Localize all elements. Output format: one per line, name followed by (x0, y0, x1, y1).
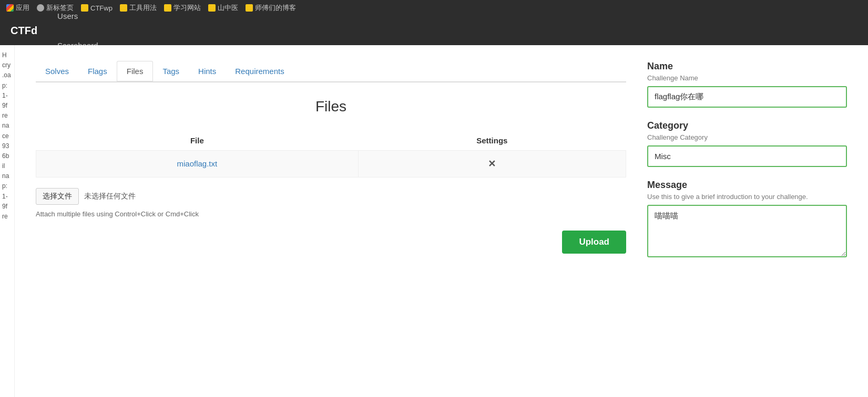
left-panel: SolvesFlagsFilesTagsHintsRequirements Fi… (36, 61, 626, 382)
page-layout: Hcry.oap:1-9frenace936bilnap:1-9fre Solv… (0, 45, 868, 397)
tab-solves[interactable]: Solves (36, 61, 78, 82)
message-sublabel: Use this to give a brief introduction to… (647, 193, 847, 201)
name-input[interactable] (647, 86, 847, 108)
browser-tab-3: 工具用法 (120, 3, 157, 13)
file-table: File Settings miaoflag.txt ✕ (36, 131, 626, 177)
upload-button[interactable]: Upload (562, 231, 626, 254)
navbar-brand[interactable]: CTFd (11, 25, 37, 37)
tab-requirements[interactable]: Requirements (226, 61, 293, 82)
right-panel: Name Challenge Name Category Challenge C… (647, 61, 847, 382)
browser-tab-5: 山中医 (208, 3, 238, 13)
favicon-google: 应用 (6, 3, 29, 13)
navbar: CTFd StatisticsNotificationsPages ▾Users… (0, 16, 868, 45)
message-textarea[interactable] (647, 205, 847, 257)
sidebar-clipped-text: Hcry.oap:1-9frenace936bilnap:1-9fre (0, 45, 15, 397)
main-content: SolvesFlagsFilesTagsHintsRequirements Fi… (15, 45, 868, 397)
category-label: Category (647, 120, 847, 131)
name-field-group: Name Challenge Name (647, 61, 847, 108)
tab-flags[interactable]: Flags (78, 61, 117, 82)
browser-tab-6: 师傅们的博客 (246, 3, 296, 13)
col-settings: Settings (358, 131, 626, 151)
tab-tags[interactable]: Tags (153, 61, 189, 82)
attach-hint: Attach multiple files using Control+Clic… (36, 210, 626, 218)
tab-files[interactable]: Files (117, 61, 154, 82)
category-sublabel: Challenge Category (647, 133, 847, 141)
name-sublabel: Challenge Name (647, 74, 847, 82)
delete-file-button[interactable]: ✕ (488, 158, 496, 170)
name-label: Name (647, 61, 847, 72)
browser-tab-4: 学习网站 (164, 3, 201, 13)
choose-file-button[interactable]: 选择文件 (36, 188, 79, 205)
message-label: Message (647, 180, 847, 191)
col-file: File (36, 131, 359, 151)
navbar-item-users[interactable]: Users (50, 1, 119, 30)
table-row: miaoflag.txt ✕ (36, 151, 626, 177)
settings-cell: ✕ (358, 151, 626, 177)
message-field-group: Message Use this to give a brief introdu… (647, 180, 847, 259)
file-cell: miaoflag.txt (36, 151, 359, 177)
category-field-group: Category Challenge Category (647, 120, 847, 167)
tabs-bar: SolvesFlagsFilesTagsHintsRequirements (36, 61, 626, 82)
files-section-title: Files (36, 98, 626, 115)
file-link[interactable]: miaoflag.txt (177, 159, 218, 168)
file-upload-row: 选择文件 未选择任何文件 (36, 188, 626, 205)
no-file-label: 未选择任何文件 (84, 192, 136, 201)
browser-bar: 应用 新标签页 CTFwp 工具用法 学习网站 山中医 师傅们的博客 (0, 0, 868, 16)
category-input[interactable] (647, 145, 847, 167)
tab-hints[interactable]: Hints (189, 61, 226, 82)
upload-btn-row: Upload (36, 231, 626, 254)
